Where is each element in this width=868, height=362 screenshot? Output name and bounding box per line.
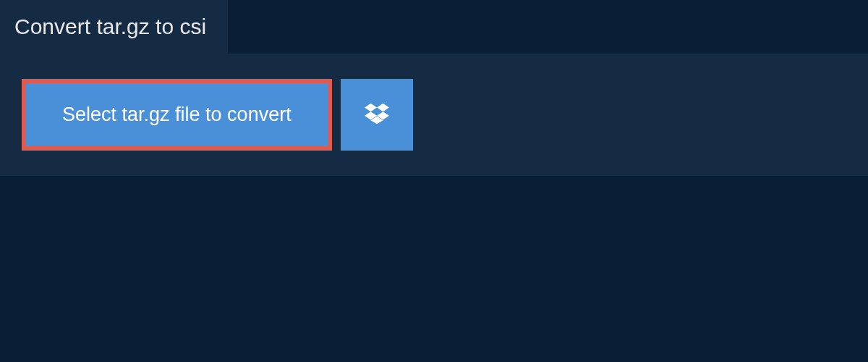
- select-file-label: Select tar.gz file to convert: [62, 104, 292, 126]
- button-row: Select tar.gz file to convert: [22, 79, 846, 151]
- dropbox-icon: [365, 101, 389, 129]
- upload-panel: Select tar.gz file to convert: [0, 54, 868, 176]
- bottom-spacer: [0, 176, 868, 321]
- dropbox-button[interactable]: [341, 79, 413, 151]
- select-file-button[interactable]: Select tar.gz file to convert: [22, 79, 332, 151]
- page-title: Convert tar.gz to csi: [14, 14, 206, 38]
- page-title-tab: Convert tar.gz to csi: [0, 0, 228, 54]
